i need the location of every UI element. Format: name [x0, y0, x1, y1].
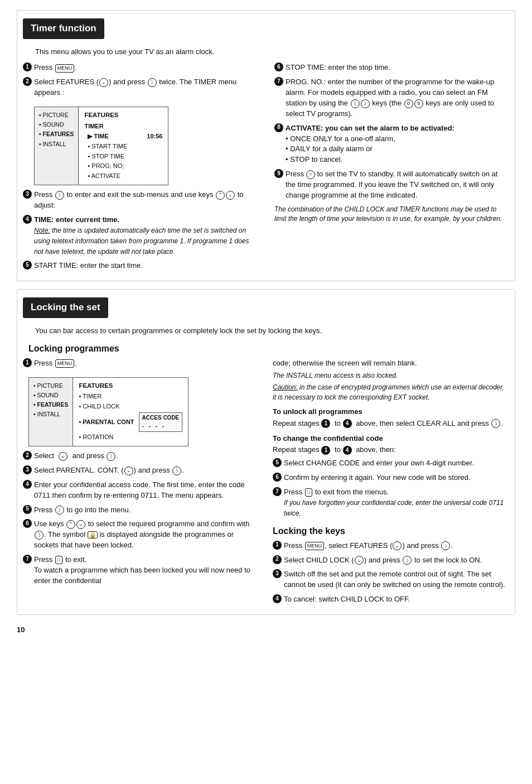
- press-right-2: 〉: [107, 452, 115, 461]
- change-step-5: 5 Select CHANGE CODE and enter your own …: [273, 458, 509, 469]
- locking-badge-2: 2: [23, 451, 32, 460]
- step-badge-4: 4: [23, 215, 32, 224]
- up-key-6: ⌃: [66, 520, 75, 529]
- exit-menu-btn: □: [305, 488, 312, 497]
- locking-step-1: 1 Press MENU.: [23, 358, 259, 369]
- locking-badge-5: 5: [23, 505, 32, 514]
- locking-step-6: 6 Use keys ⌃⌄ to select the required pro…: [23, 519, 259, 551]
- keys-right-btn: 〉: [441, 541, 450, 550]
- press-right-5: 〉: [55, 506, 64, 514]
- keys-badge-2: 2: [273, 555, 282, 564]
- step-badge-9: 9: [274, 169, 283, 178]
- child-lock-btn: ⌄: [355, 556, 364, 565]
- caution-note: Caution: in the case of encrypted progra…: [273, 383, 509, 402]
- left-key: 〈: [351, 99, 360, 108]
- key-9: 9: [414, 99, 423, 108]
- locking-keys-title: Locking the keys: [273, 525, 509, 537]
- badge-1-unlock: 1: [321, 419, 330, 428]
- step-badge-6: 6: [274, 62, 283, 71]
- unlock-all-text: Repeat stages 1 to 4 above, then select …: [273, 419, 509, 429]
- timer-italic-note: The combination of the CHILD LOCK and TI…: [274, 205, 509, 224]
- timer-step-9: 9 Press ○ to set the TV to standby. It w…: [274, 169, 509, 201]
- locking-step-2: 2 Select ⌄ and press 〉.: [23, 451, 259, 461]
- keys-step-2: 2 Select CHILD LOCK (⌄) and press 〉 to s…: [273, 555, 509, 566]
- parental-right: 〉: [172, 466, 181, 475]
- locking-badge-7: 7: [23, 555, 32, 564]
- right-key: 〉: [361, 99, 370, 108]
- child-lock-right: 〉: [403, 556, 412, 565]
- change-badge-6: 6: [273, 473, 282, 482]
- acces-code-box: ACCES CODE- - - -: [139, 412, 183, 432]
- change-step-6: 6 Confirm by entering it again. Your new…: [273, 473, 509, 483]
- keys-badge-4: 4: [273, 594, 282, 603]
- exit-btn: □: [55, 556, 62, 564]
- parental-down: ⌄: [124, 466, 133, 475]
- confirm-right: 〉: [35, 531, 43, 540]
- step-badge-5: 5: [23, 261, 32, 270]
- keys-step-3: 3 Switch off the set and put the remote …: [273, 569, 509, 590]
- locking-badge-3: 3: [23, 465, 32, 474]
- locking-badge-1: 1: [23, 358, 32, 367]
- locking-right-col: code; otherwise the screen will remain b…: [273, 358, 509, 609]
- timer-step-2: 2 Select FEATURES (⌄) and press 〉 twice.…: [23, 77, 258, 98]
- badge-4-unlock: 4: [343, 419, 352, 428]
- menu-button: MENU: [55, 64, 75, 73]
- timer-step-4: 4 TIME: enter current time. Note: the ti…: [23, 215, 258, 257]
- timer-title: Timer function: [23, 18, 104, 39]
- keys-step-1: 1 Press MENU, select FEATURES (⌄) and pr…: [273, 541, 509, 551]
- power-btn: ○: [306, 170, 315, 179]
- menu-right-panel: FEATURES TIMER ▶ TIME 10:56 • START TIME…: [79, 107, 168, 185]
- locking-code-text: code; otherwise the screen will remain b…: [273, 358, 509, 369]
- locking-menu-left: • PICTURE • SOUND • FEATURES • INSTALL: [29, 378, 73, 446]
- step-badge-2: 2: [23, 77, 32, 86]
- timer-menu-diagram: • PICTURE • SOUND • FEATURES • INSTALL F…: [34, 107, 168, 185]
- forgotten-code-note: If you have forgotten your confidential …: [284, 499, 504, 517]
- right-btn-3: 〉: [55, 191, 64, 200]
- locking-programmes-title: Locking programmes: [28, 342, 509, 355]
- up-btn: ⌃: [216, 191, 225, 200]
- badge-1-change: 1: [321, 446, 330, 455]
- locking-badge-6: 6: [23, 519, 32, 528]
- menu-btn-l: MENU: [55, 359, 75, 368]
- keys-down-btn: ⌄: [393, 541, 402, 550]
- change-code-text: Repeat stages 1 to 4 above, then:: [273, 445, 509, 455]
- locking-title: Locking the set: [23, 297, 108, 318]
- timer-step-5: 5 START TIME: enter the start time.: [23, 261, 258, 271]
- step-badge-1: 1: [23, 62, 32, 71]
- locking-section: Locking the set You can bar access to ce…: [17, 289, 515, 615]
- right-arrow-btn: 〉: [148, 78, 157, 87]
- clear-all-btn: 〉: [491, 419, 500, 428]
- keys-badge-1: 1: [273, 541, 282, 550]
- locking-step-4: 4 Enter your confidential access code. T…: [23, 480, 259, 501]
- locking-badge-4: 4: [23, 480, 32, 489]
- timer-step-8: 8 ACTIVATE: you can set the alarm to be …: [274, 123, 509, 165]
- step-badge-8: 8: [274, 123, 283, 132]
- timer-step-6: 6 STOP TIME: enter the stop time.: [274, 62, 509, 73]
- key-0: 0: [404, 99, 413, 108]
- change-badge-7: 7: [273, 487, 282, 496]
- locking-menu-diagram: • PICTURE • SOUND • FEATURES • INSTALL F…: [28, 377, 188, 446]
- timer-step-3: 3 Press 〉 to enter and exit the sub-menu…: [23, 190, 258, 211]
- select-down-btn: ⌄: [59, 452, 67, 461]
- locking-step-3: 3 Select PARENTAL. CONT. (⌄) and press 〉…: [23, 465, 259, 476]
- menu-left-panel: • PICTURE • SOUND • FEATURES • INSTALL: [35, 107, 79, 185]
- keys-menu-btn: MENU: [305, 542, 325, 550]
- timer-section: Timer function This menu allows you to u…: [17, 10, 515, 281]
- timer-step-7: 7 PROG. NO.: enter the number of the pro…: [274, 77, 509, 119]
- timer-left-col: 1 Press MENU. 2 Select FEATURES (⌄) and …: [23, 62, 258, 275]
- step-badge-3: 3: [23, 190, 32, 199]
- unlock-all-title: To unlock all programmes: [273, 407, 509, 417]
- locking-step-7: 7 Press □ to exit. To watch a programme …: [23, 555, 259, 586]
- page-number: 10: [17, 625, 515, 636]
- step-badge-7: 7: [274, 77, 283, 86]
- timer-step-1: 1 Press MENU.: [23, 62, 258, 73]
- change-step-7: 7 Press □ to exit from the menus. If you…: [273, 487, 509, 519]
- change-code-title: To change the confidential code: [273, 434, 509, 444]
- change-badge-5: 5: [273, 458, 282, 467]
- install-locked-note: The INSTALL menu access is also locked.: [273, 371, 509, 381]
- locking-intro: You can bar access to certain programmes…: [35, 326, 509, 336]
- keys-step-4: 4 To cancel: switch CHILD LOCK to OFF.: [273, 594, 509, 605]
- timer-right-col: 6 STOP TIME: enter the stop time. 7 PROG…: [274, 62, 509, 275]
- down-btn: ⌄: [226, 191, 235, 200]
- locking-left-col: 1 Press MENU. • PICTURE • SOUND • FEATUR…: [23, 358, 259, 609]
